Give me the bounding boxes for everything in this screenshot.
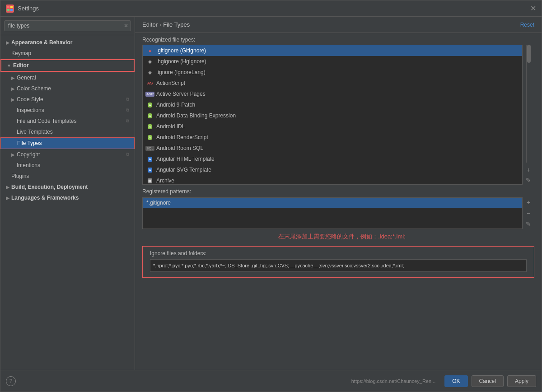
copy-icon: ⧉ xyxy=(126,152,129,157)
main-body: Recognized file types: ● .gitignore (Git… xyxy=(135,33,542,370)
arrow-icon: ▶ xyxy=(6,40,9,45)
cancel-button[interactable]: Cancel xyxy=(472,375,504,387)
file-type-label: .hgignore (HgIgnore) xyxy=(156,58,206,65)
list-item[interactable]: A Android Data Binding Expression xyxy=(143,110,522,121)
list-item[interactable]: AS ActionScript xyxy=(143,78,522,89)
list-item[interactable]: ASP Active Server Pages xyxy=(143,89,522,99)
add-file-type-button[interactable]: + xyxy=(523,165,533,175)
sidebar-item-color-scheme[interactable]: ▶ Color Scheme xyxy=(0,83,135,94)
file-type-icon: ◆ xyxy=(146,58,154,65)
file-types-section: ● .gitignore (GitIgnore) ◆ .hgignore (Hg… xyxy=(142,45,534,185)
ignore-input[interactable] xyxy=(150,259,527,272)
url-text: https://blog.csdn.net/Chauncey_Ren... xyxy=(351,378,436,384)
file-type-label: .ignore (IgnoreLang) xyxy=(156,69,206,75)
file-type-icon: A xyxy=(146,123,154,130)
sidebar-item-code-style[interactable]: ▶ Code Style ⧉ xyxy=(0,94,135,105)
sidebar-item-label: Keymap xyxy=(11,50,31,56)
svg-rect-2 xyxy=(7,9,9,11)
sidebar-item-live-templates[interactable]: Live Templates xyxy=(0,126,135,137)
file-type-label: Android RenderScript xyxy=(156,134,208,140)
ignore-label: Ignore files and folders: xyxy=(150,250,527,257)
sidebar-item-general[interactable]: ▶ General xyxy=(0,72,135,83)
search-box: ✕ xyxy=(0,17,135,35)
close-button[interactable]: ✕ xyxy=(530,4,536,13)
patterns-buttons: + − ✎ xyxy=(523,197,534,229)
file-type-icon: A xyxy=(146,166,154,173)
sidebar-item-intentions[interactable]: Intentions xyxy=(0,160,135,171)
sidebar-item-label: Copyright xyxy=(17,151,40,158)
breadcrumb-separator: › xyxy=(159,21,161,28)
sidebar: ✕ ▶ Appearance & Behavior Keymap ▼ Edito… xyxy=(0,17,135,370)
list-item[interactable]: A Android IDL xyxy=(143,121,522,132)
sidebar-item-build[interactable]: ▶ Build, Execution, Deployment xyxy=(0,182,135,192)
sidebar-item-editor[interactable]: ▼ Editor xyxy=(0,59,135,72)
arrow-icon: ▶ xyxy=(6,185,9,190)
edit-pattern-button[interactable]: ✎ xyxy=(523,219,533,229)
sidebar-item-languages[interactable]: ▶ Languages & Frameworks xyxy=(0,192,135,203)
svg-rect-3 xyxy=(10,9,13,11)
breadcrumb-current: File Types xyxy=(163,21,190,28)
patterns-section: Registered patterns: *.gitignore + − ✎ xyxy=(142,188,534,229)
svg-rect-0 xyxy=(7,6,9,8)
window-title: Settings xyxy=(18,5,39,12)
sidebar-item-label: Code Style xyxy=(17,96,43,103)
sidebar-item-file-code-templates[interactable]: File and Code Templates ⧉ xyxy=(0,116,135,126)
sidebar-item-label: Appearance & Behavior xyxy=(11,39,72,46)
file-type-icon: ASP xyxy=(146,90,154,98)
pattern-item[interactable]: *.gitignore xyxy=(143,198,522,208)
file-type-label: Archive xyxy=(156,177,174,184)
file-type-label: Angular HTML Template xyxy=(156,156,215,162)
file-type-label: Android Data Binding Expression xyxy=(156,112,236,119)
list-item[interactable]: ▦ Archive xyxy=(143,175,522,185)
patterns-label: Registered patterns: xyxy=(142,188,534,195)
sidebar-item-label: File Types xyxy=(17,140,42,146)
arrow-icon: ▶ xyxy=(11,75,15,80)
search-icon: ✕ xyxy=(124,23,128,29)
sidebar-item-label: General xyxy=(17,75,36,81)
sidebar-item-inspections[interactable]: Inspections ⧉ xyxy=(0,105,135,116)
patterns-list[interactable]: *.gitignore xyxy=(142,197,523,229)
sidebar-item-label: Inspections xyxy=(17,107,44,113)
file-type-icon: A xyxy=(146,155,154,163)
file-type-icon: A xyxy=(146,112,154,119)
file-type-icon: ▦ xyxy=(146,177,154,184)
list-item[interactable]: ● .gitignore (GitIgnore) xyxy=(143,45,522,56)
arrow-icon: ▶ xyxy=(11,97,15,102)
file-type-icon: A xyxy=(146,134,154,141)
patterns-list-wrapper: *.gitignore + − ✎ xyxy=(142,197,534,229)
settings-window: Settings ✕ ✕ ▶ Appearance & Behavior xyxy=(0,0,542,392)
sidebar-item-keymap[interactable]: Keymap xyxy=(0,48,135,59)
list-item[interactable]: A Angular HTML Template xyxy=(143,154,522,164)
apply-button[interactable]: Apply xyxy=(507,375,536,387)
sidebar-item-appearance[interactable]: ▶ Appearance & Behavior xyxy=(0,37,135,48)
file-type-label: Android IDL xyxy=(156,123,185,130)
sidebar-item-plugins[interactable]: Plugins xyxy=(0,171,135,182)
title-bar: Settings ✕ xyxy=(0,0,542,17)
sidebar-item-copyright[interactable]: ▶ Copyright ⧉ xyxy=(0,149,135,160)
list-item[interactable]: ◆ .hgignore (HgIgnore) xyxy=(143,56,522,67)
add-pattern-button[interactable]: + xyxy=(523,197,533,207)
remove-pattern-button[interactable]: − xyxy=(523,208,533,218)
list-item[interactable]: A Angular SVG Template xyxy=(143,164,522,175)
sidebar-item-label: Intentions xyxy=(17,162,40,168)
ignore-section: Ignore files and folders: xyxy=(142,246,534,278)
reset-button[interactable]: Reset xyxy=(520,22,534,28)
nav-tree: ▶ Appearance & Behavior Keymap ▼ Editor … xyxy=(0,35,135,370)
arrow-icon: ▶ xyxy=(6,196,9,201)
help-button[interactable]: ? xyxy=(6,376,16,386)
list-item[interactable]: A Android RenderScript xyxy=(143,132,522,143)
sidebar-item-label: File and Code Templates xyxy=(17,118,77,124)
list-item[interactable]: SQL Android Room SQL xyxy=(143,143,522,154)
file-type-label: Angular SVG Template xyxy=(156,167,211,173)
bottom-bar: ? https://blog.csdn.net/Chauncey_Ren... … xyxy=(0,370,542,392)
arrow-icon: ▶ xyxy=(11,86,15,91)
list-item[interactable]: A Android 9-Patch xyxy=(143,99,522,110)
sidebar-item-label: Editor xyxy=(13,62,29,69)
pencil-button[interactable]: ✎ xyxy=(523,175,533,185)
list-item[interactable]: ◆ .ignore (IgnoreLang) xyxy=(143,67,522,78)
ok-button[interactable]: OK xyxy=(444,375,467,387)
file-type-list[interactable]: ● .gitignore (GitIgnore) ◆ .hgignore (Hg… xyxy=(142,45,523,185)
search-input[interactable] xyxy=(4,20,131,31)
sidebar-item-file-types[interactable]: File Types xyxy=(0,137,135,149)
file-type-icon: SQL xyxy=(146,145,154,152)
